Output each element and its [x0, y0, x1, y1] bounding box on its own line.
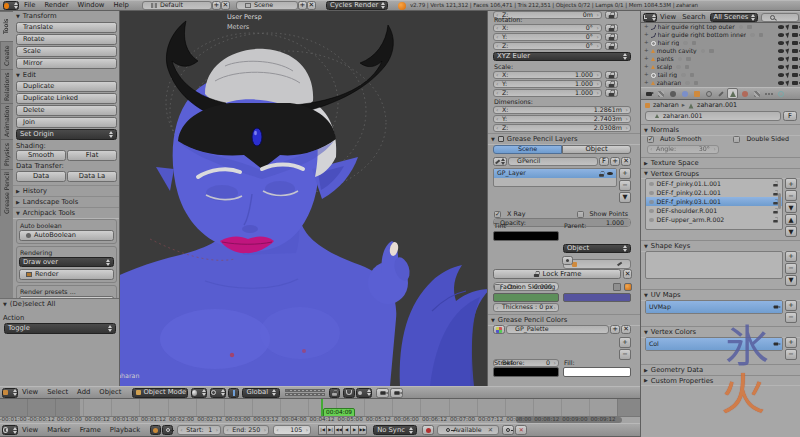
gp-unlink-button[interactable]: ✕ [621, 157, 631, 166]
texture-space-section-header[interactable]: ▶Texture Space [641, 157, 800, 168]
vertex-group-row[interactable]: DEF-shoulder.R.001 [646, 206, 782, 215]
gp-layer-add-button[interactable]: + [619, 168, 631, 179]
selectability-toggle-icon[interactable] [785, 48, 790, 54]
renderability-toggle-icon[interactable] [792, 49, 798, 53]
topbar-menu-item[interactable]: Help [113, 2, 129, 9]
viewport-menu-item[interactable]: Select [47, 389, 68, 396]
viewport-menu-item[interactable]: Add [77, 389, 90, 396]
lock-rotation-button[interactable] [605, 33, 618, 41]
gp-colors-header[interactable]: ▼Grease Pencil Colors [488, 314, 640, 325]
tab-render-layers[interactable] [655, 88, 666, 99]
transform-panel-header[interactable]: ▼Transform [13, 11, 120, 21]
gp-color-add-button[interactable]: + [619, 337, 631, 348]
shape-keys-section-header[interactable]: ▼Shape Keys [641, 240, 800, 251]
auto-smooth-checkbox[interactable] [647, 136, 654, 143]
tool-button[interactable]: Rotate [16, 34, 117, 45]
expand-icon[interactable]: + [644, 56, 649, 62]
render-opengl-anim-button[interactable] [390, 388, 403, 398]
insert-keyframe-button[interactable] [502, 425, 514, 435]
render-opengl-button[interactable] [376, 388, 389, 398]
vg-add-button[interactable]: + [785, 178, 797, 189]
tab-constraints[interactable] [703, 88, 714, 99]
shade-flat-button[interactable]: Flat [67, 150, 117, 161]
outliner-row[interactable]: + tail rig [641, 71, 800, 79]
sk-remove-button[interactable]: − [785, 263, 797, 274]
scale-field[interactable]: Y:1.000 [493, 80, 602, 88]
lock-location-z-button[interactable] [605, 11, 618, 19]
tab-material[interactable] [739, 88, 750, 99]
vg-remove-button[interactable]: − [785, 190, 797, 201]
keying-set-field[interactable]: Available✕ [437, 425, 499, 435]
expand-icon[interactable]: + [644, 48, 649, 54]
history-panel-header[interactable]: ▶History [13, 185, 120, 196]
tab-object-data[interactable] [727, 88, 738, 99]
sk-add-button[interactable]: + [785, 251, 797, 262]
lock-rotation-button[interactable] [605, 42, 618, 50]
vc-remove-button[interactable]: − [785, 349, 797, 360]
vg-move-down-button[interactable]: ▼ [785, 226, 797, 237]
gp-object-tab[interactable]: Object [562, 145, 631, 154]
dimension-field[interactable]: X:1.2861m [493, 106, 631, 114]
expand-icon[interactable]: + [644, 64, 649, 70]
palette-plus-button[interactable]: + [610, 325, 620, 334]
outliner-row[interactable]: + hair guide right top outer [641, 23, 800, 31]
lock-scale-button[interactable] [605, 71, 618, 79]
visibility-toggle-icon[interactable] [778, 25, 784, 29]
onion-frames-icon[interactable] [613, 283, 621, 291]
topbar-menu-item[interactable]: Window [78, 2, 105, 9]
vertex-group-row[interactable]: DEF-f_pinky.01.L.001 [646, 179, 782, 188]
viewport-menu-item[interactable]: Object [99, 389, 121, 396]
onion-before-swatch[interactable] [493, 293, 559, 302]
tab-texture[interactable] [751, 88, 762, 99]
uv-maps-section-header[interactable]: ▼UV Maps [641, 289, 800, 300]
palette-unlink-button[interactable]: ✕ [621, 325, 631, 334]
mode-dropdown[interactable]: Object Mode [132, 388, 188, 398]
frame-start-field[interactable]: Start:1 [177, 425, 221, 435]
object-name[interactable]: hair guide right top outer [658, 24, 735, 30]
outliner-menu-view[interactable]: View [660, 14, 676, 21]
expand-icon[interactable]: + [644, 72, 649, 78]
tool-button[interactable]: Join [16, 117, 117, 128]
renderability-toggle-icon[interactable] [792, 57, 798, 61]
visibility-toggle-icon[interactable] [778, 73, 784, 77]
gp-plus-button[interactable]: + [610, 157, 620, 166]
xray-checkbox[interactable] [494, 211, 501, 218]
auto-keyframe-button[interactable] [422, 425, 434, 435]
object-name[interactable]: pants [657, 56, 674, 62]
tool-button[interactable]: Translate [16, 22, 117, 33]
visibility-toggle-icon[interactable] [778, 33, 784, 37]
uv-remove-button[interactable]: − [785, 312, 797, 323]
gp-layers-header[interactable]: ▼Grease Pencil Layers [488, 133, 640, 144]
selectability-toggle-icon[interactable] [785, 64, 790, 70]
outliner-menu-search[interactable]: Search [682, 14, 705, 21]
tool-button[interactable]: Duplicate [16, 81, 117, 92]
edit-panel-header[interactable]: ▼Edit [13, 70, 120, 80]
renderability-toggle-icon[interactable] [792, 33, 798, 37]
tab-physics[interactable] [775, 88, 786, 99]
lock-to-scene-button[interactable] [329, 388, 340, 398]
thickness-field[interactable]: Thickness : 0 px [493, 303, 559, 312]
snap-button[interactable] [343, 388, 355, 398]
tab-object[interactable] [691, 88, 702, 99]
selectability-toggle-icon[interactable] [785, 40, 790, 46]
outliner-row[interactable]: + scalp [641, 63, 800, 71]
redo-panel-header[interactable]: ▼(De)select All [0, 299, 120, 309]
use-preview-range-button[interactable] [150, 425, 161, 435]
selectability-toggle-icon[interactable] [785, 72, 790, 78]
object-name[interactable]: hair guide right bottom inner [658, 32, 747, 38]
gp-pencil-icon-button[interactable] [493, 157, 507, 166]
blender-app-icon[interactable] [3, 1, 19, 10]
selectability-toggle-icon[interactable] [785, 24, 790, 30]
thickness-animate-button[interactable] [562, 256, 573, 265]
shade-smooth-button[interactable]: Smooth [16, 150, 66, 161]
visibility-toggle-icon[interactable] [778, 57, 784, 61]
onion-color-icon[interactable] [624, 283, 632, 291]
delete-scene-button[interactable]: ✕ [307, 1, 316, 10]
tint-color-swatch[interactable] [493, 231, 559, 241]
draw-over-dropdown[interactable]: Draw over [19, 257, 114, 267]
expand-icon[interactable]: + [644, 80, 649, 86]
renderability-toggle-icon[interactable] [792, 41, 798, 45]
outliner-row[interactable]: + mouth cavity [641, 47, 800, 55]
shelf-tab-tools[interactable]: Tools [0, 11, 13, 41]
expand-icon[interactable]: + [644, 32, 649, 38]
